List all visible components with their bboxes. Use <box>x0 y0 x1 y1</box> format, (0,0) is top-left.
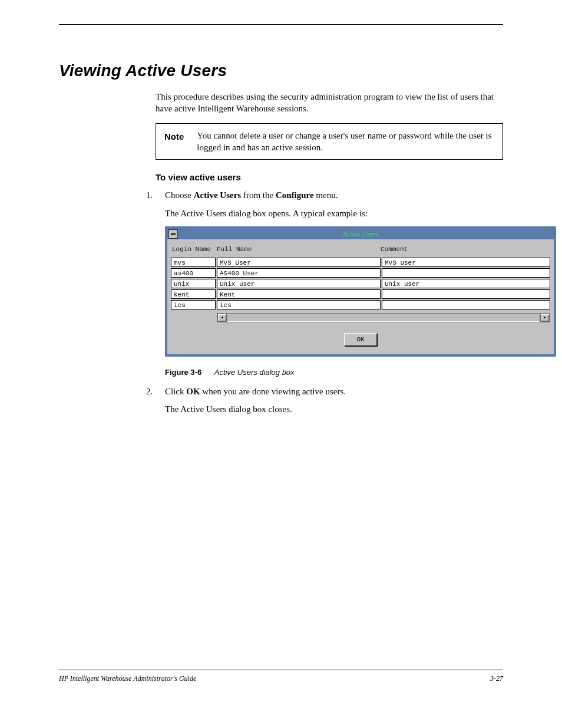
titlebar: Active Users <box>167 229 554 239</box>
table-row[interactable]: as400 AS400 User <box>171 268 550 278</box>
scroll-right-icon[interactable]: ▸ <box>540 314 550 322</box>
step-1-result: The Active Users dialog box opens. A typ… <box>165 207 503 219</box>
page-footer: HP Intelligent Warehouse Administrator's… <box>59 674 503 683</box>
col-login: Login Name <box>172 245 217 254</box>
menu-action: Active Users <box>194 190 241 200</box>
table-row[interactable]: mvs MVS User MVS user <box>171 258 550 267</box>
step-2-result: The Active Users dialog box closes. <box>165 403 503 415</box>
table-row[interactable]: unix Unix user Unix user <box>171 279 550 288</box>
horizontal-scrollbar[interactable]: ◂ ▸ <box>217 313 550 322</box>
procedure-list: Choose Active Users from the Configure m… <box>156 189 503 415</box>
figure-number: Figure 3-6 <box>165 368 201 377</box>
scroll-left-icon[interactable]: ◂ <box>217 314 227 322</box>
col-comment: Comment <box>381 245 549 254</box>
ok-label: OK <box>186 387 200 396</box>
bottom-rule <box>59 670 503 670</box>
table-row[interactable]: ics ics <box>171 300 550 309</box>
table-header: Login Name Full Name Comment <box>171 243 550 258</box>
step-2: Click OK when you are done viewing activ… <box>146 386 503 416</box>
procedure-subhead: To view active users <box>156 172 503 183</box>
note-box: Note You cannot delete a user or change … <box>156 123 503 160</box>
system-menu-icon[interactable] <box>168 229 178 239</box>
col-full: Full Name <box>217 245 381 254</box>
scroll-track[interactable] <box>227 314 540 322</box>
figure-caption: Figure 3-6 Active Users dialog box <box>165 367 503 378</box>
section-heading: Viewing Active Users <box>59 61 503 80</box>
dialog-title: Active Users <box>167 229 554 239</box>
table-row[interactable]: kent Kent <box>171 289 550 299</box>
active-users-dialog: Active Users Login Name Full Name Commen… <box>165 226 556 357</box>
footer-right: 3-27 <box>490 674 503 683</box>
intro-paragraph: This procedure describes using the secur… <box>156 91 503 115</box>
top-rule <box>59 24 503 25</box>
menu-name: Configure <box>276 190 314 200</box>
dialog-screenshot: Active Users Login Name Full Name Commen… <box>165 226 503 357</box>
ok-button[interactable]: OK <box>344 333 376 346</box>
figure-title: Active Users dialog box <box>214 368 295 377</box>
step-1: Choose Active Users from the Configure m… <box>146 189 503 377</box>
note-label: Note <box>164 130 184 143</box>
note-text: You cannot delete a user or change a use… <box>197 130 494 154</box>
footer-left: HP Intelligent Warehouse Administrator's… <box>59 674 196 683</box>
